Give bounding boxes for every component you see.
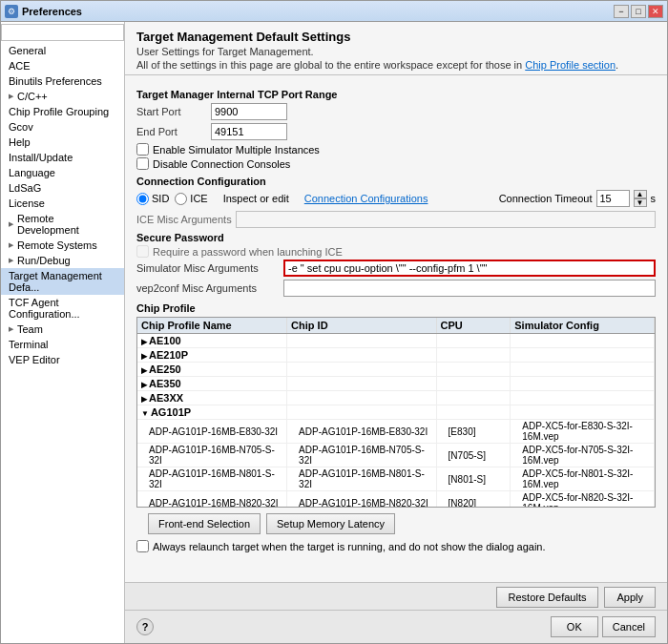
- panel-subtitle: User Settings for Target Management.: [136, 46, 656, 57]
- sidebar-item-remote-systems[interactable]: Remote Systems: [1, 238, 124, 253]
- timeout-input[interactable]: [596, 190, 630, 207]
- sidebar-item-label: General: [9, 45, 46, 56]
- table-row[interactable]: ▶AE100: [137, 334, 655, 348]
- ice-radio-item: ICE: [175, 193, 207, 205]
- chip-profile-section: Chip Profile Chip Profile Name Chip ID C…: [136, 302, 656, 508]
- sidebar-item-general[interactable]: General: [1, 43, 124, 58]
- sidebar-item-remote-development[interactable]: Remote Development: [1, 211, 124, 238]
- sidebar-item-run-debug[interactable]: Run/Debug: [1, 253, 124, 268]
- expand-arrow-ae3xx: ▶: [141, 395, 147, 404]
- require-password-row: Require a password when launching ICE: [136, 245, 656, 258]
- connection-section: SID ICE Inspect or edit Connection Confi…: [136, 190, 656, 207]
- connection-config-label: Connection Configuration: [136, 176, 656, 187]
- help-button[interactable]: ?: [136, 618, 154, 635]
- title-bar: ⚙ Preferences − □ ✕: [1, 1, 667, 22]
- sidebar-item-terminal[interactable]: Terminal: [1, 337, 124, 352]
- table-row[interactable]: ADP-AG101P-16MB-N705-S-32I ADP-AG101P-16…: [137, 444, 655, 467]
- ice-label: ICE: [190, 193, 207, 204]
- table-row[interactable]: ADP-AG101P-16MB-N801-S-32I ADP-AG101P-16…: [137, 467, 655, 491]
- restore-defaults-button[interactable]: Restore Defaults: [496, 587, 599, 608]
- sidebar-item-label: Remote Systems: [17, 239, 97, 251]
- inspect-label: Inspect or edit: [223, 193, 289, 204]
- chip-profile-label: Chip Profile: [136, 302, 656, 314]
- ok-button[interactable]: OK: [551, 616, 598, 637]
- sidebar-item-label: Binutils Preferences: [9, 75, 102, 87]
- table-row[interactable]: ▶AE350: [137, 377, 655, 391]
- tcp-port-label: Target Manager Internal TCP Port Range: [136, 89, 656, 100]
- sidebar-item-cpp[interactable]: C/C++: [1, 89, 124, 104]
- connection-timeout: Connection Timeout ▲ ▼ s: [499, 190, 656, 207]
- require-password-checkbox[interactable]: [136, 245, 149, 258]
- sidebar-item-label: Target Management Defa...: [9, 270, 116, 293]
- expand-arrow-ae350: ▶: [141, 381, 147, 389]
- sid-radio[interactable]: [136, 193, 149, 205]
- ice-radio[interactable]: [175, 193, 187, 205]
- sidebar-item-label: Terminal: [9, 339, 49, 350]
- sidebar-item-gcov[interactable]: Gcov: [1, 119, 124, 135]
- sidebar-item-license[interactable]: License: [1, 196, 124, 211]
- panel-title: Target Management Default Settings: [136, 30, 656, 44]
- always-relaunch-checkbox[interactable]: [136, 540, 149, 552]
- table-row[interactable]: ▶AE3XX: [137, 391, 655, 405]
- table-row[interactable]: ▶AE250: [137, 363, 655, 377]
- apply-button[interactable]: Apply: [604, 587, 656, 608]
- vep2conf-input[interactable]: [283, 280, 656, 297]
- sidebar-item-target-management[interactable]: Target Management Defa...: [1, 268, 124, 295]
- chip-profile-link[interactable]: Chip Profile section: [525, 59, 616, 71]
- setup-memory-button[interactable]: Setup Memory Latency: [266, 513, 395, 534]
- sidebar-item-help[interactable]: Help: [1, 135, 124, 150]
- start-port-input[interactable]: [211, 103, 287, 120]
- close-button[interactable]: ✕: [648, 5, 663, 18]
- table-row[interactable]: ▼AG101P: [137, 405, 655, 420]
- ice-misc-input[interactable]: [236, 211, 656, 228]
- sidebar-item-ldsag[interactable]: LdSaG: [1, 180, 124, 196]
- expand-arrow-ae210p: ▶: [141, 352, 147, 361]
- chip-profile-buttons: Front-end Selection Setup Memory Latency: [136, 508, 656, 540]
- always-relaunch-label: Always relaunch target when the target i…: [153, 541, 546, 552]
- sidebar-item-vep-editor[interactable]: VEP Editor: [1, 352, 124, 367]
- table-row[interactable]: ADP-AG101P-16MB-E830-32I ADP-AG101P-16MB…: [137, 420, 655, 444]
- sidebar-item-install-update[interactable]: Install/Update: [1, 150, 124, 165]
- sidebar-item-label: Run/Debug: [17, 255, 71, 266]
- sidebar-item-ace[interactable]: ACE: [1, 58, 124, 73]
- frontend-selection-button[interactable]: Front-end Selection: [148, 513, 261, 534]
- sidebar-item-team[interactable]: Team: [1, 322, 124, 337]
- end-port-input[interactable]: [211, 123, 287, 140]
- preferences-window: ⚙ Preferences − □ ✕ General ACE Binutils…: [0, 0, 668, 644]
- col-chip-id: Chip ID: [287, 318, 436, 334]
- sidebar-item-label: Remote Development: [17, 213, 116, 236]
- connection-configs-link[interactable]: Connection Configurations: [304, 193, 428, 204]
- main-content: General ACE Binutils Preferences C/C++ C…: [1, 22, 667, 643]
- window-icon: ⚙: [5, 5, 18, 18]
- right-panel: Target Management Default Settings User …: [125, 22, 667, 643]
- expand-arrow-ae100: ▶: [141, 338, 147, 346]
- sidebar-search[interactable]: [1, 24, 124, 41]
- sidebar-item-label: VEP Editor: [9, 354, 60, 365]
- sim-args-input[interactable]: [283, 260, 656, 277]
- sim-args-label: Simulator Misc Arguments: [136, 262, 280, 274]
- enable-simulator-checkbox[interactable]: [136, 143, 149, 156]
- always-relaunch-row: Always relaunch target when the target i…: [136, 540, 656, 556]
- cancel-button[interactable]: Cancel: [602, 616, 656, 637]
- table-row[interactable]: ▶AE210P: [137, 348, 655, 363]
- sidebar-item-tcf-agent[interactable]: TCF Agent Configuration...: [1, 295, 124, 322]
- sidebar-item-binutils[interactable]: Binutils Preferences: [1, 73, 124, 89]
- timeout-down[interactable]: ▼: [634, 198, 647, 207]
- sidebar-item-label: License: [9, 197, 45, 209]
- panel-body: Target Manager Internal TCP Port Range S…: [125, 75, 667, 582]
- disable-connection-checkbox[interactable]: [136, 157, 149, 170]
- table-row[interactable]: ADP-AG101P-16MB-N820-32I ADP-AG101P-16MB…: [137, 491, 655, 509]
- chip-table-container[interactable]: Chip Profile Name Chip ID CPU Simulator …: [136, 317, 656, 508]
- minimize-button[interactable]: −: [614, 5, 629, 18]
- sidebar-item-label: Chip Profile Grouping: [9, 106, 109, 117]
- title-bar-buttons: − □ ✕: [614, 5, 663, 18]
- timeout-up[interactable]: ▲: [634, 190, 647, 198]
- sidebar-item-chip-profile-grouping[interactable]: Chip Profile Grouping: [1, 104, 124, 119]
- ice-misc-label: ICE Misc Arguments: [136, 214, 232, 225]
- sidebar-item-language[interactable]: Language: [1, 165, 124, 180]
- maximize-button[interactable]: □: [631, 5, 646, 18]
- start-port-label: Start Port: [136, 106, 203, 117]
- col-cpu: CPU: [436, 318, 511, 334]
- start-port-row: Start Port: [136, 103, 656, 120]
- chip-table-body: ▶AE100 ▶AE210P ▶AE250: [137, 334, 655, 509]
